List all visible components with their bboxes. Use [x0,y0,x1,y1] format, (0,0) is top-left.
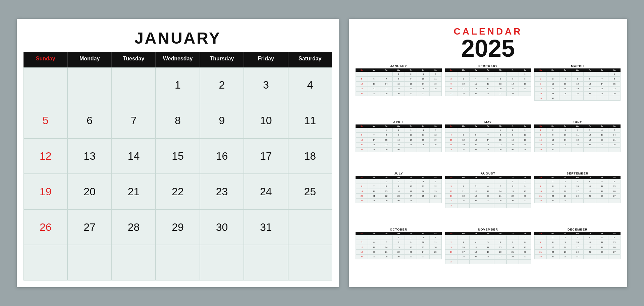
day-cell [23,67,67,103]
mini-cell: 18 [417,189,429,194]
mini-cell: 23 [519,194,531,198]
mini-cell [571,96,584,101]
mini-cell: 9 [445,245,458,250]
mini-cell: 6 [368,240,380,245]
mini-cell: 21 [596,86,608,91]
mini-cell [417,198,429,203]
mini-month-title: DECEMBER [534,228,621,231]
mini-cell [534,72,547,76]
mini-cell: 7 [380,76,392,81]
day-cell: 10 [244,103,288,139]
mini-cell: 2 [392,128,405,133]
mini-cell: 21 [368,142,380,147]
mini-month-title: AUGUST [445,172,531,175]
mini-header: Tu [380,124,392,128]
mini-cell: 4 [445,133,458,137]
mini-header: Sa [429,232,442,235]
mini-cell: 5 [596,179,608,184]
mini-cell: 4 [457,184,470,189]
mini-cell [596,198,608,203]
mini-header: Fr [506,124,519,128]
mini-cell: 6 [494,76,506,81]
months-grid: JANUARYSuMoTuWeThFrSa1234567891011121314… [356,64,621,280]
day-cell: 14 [112,139,156,174]
mini-cell: 7 [608,128,621,133]
mini-cell: 26 [482,91,494,96]
mini-cell: 30 [405,91,417,96]
day-cell: 21 [112,174,156,209]
mini-header: Tu [470,68,482,72]
mini-cell: 22 [506,194,519,198]
mini-cell: 26 [482,254,494,259]
mini-month-title: NOVEMBER [445,228,531,231]
mini-cell: 23 [534,91,547,96]
mini-cell: 6 [470,133,482,137]
mini-cell: 5 [356,76,368,81]
mini-cell: 19 [482,86,494,91]
mini-cell: 6 [608,235,621,240]
mini-header: Su [534,68,547,72]
mini-cell: 13 [608,184,621,189]
day-cell [112,245,156,280]
mini-cell: 21 [608,138,621,142]
mini-header: Sa [608,232,621,235]
day-cell [23,245,67,280]
mini-cell: 11 [417,133,429,137]
mini-cell: 24 [571,250,584,254]
mini-header: Fr [506,232,519,235]
mini-cell: 20 [494,250,506,254]
mini-cell: 21 [494,194,506,198]
mini-cell [470,72,482,76]
mini-month-february: FEBRUARYSuMoTuWeThFrSa123456789101112131… [445,64,531,117]
mini-cell: 26 [596,194,608,198]
mini-cell: 14 [506,245,519,250]
mini-cell: 15 [547,189,559,194]
mini-header: We [482,124,494,128]
mini-header: Sa [608,68,621,72]
mini-cell: 24 [417,86,429,91]
mini-cell: 6 [356,184,368,189]
mini-header: Mo [547,124,559,128]
mini-cell [571,198,584,203]
mini-cell [494,179,506,184]
mini-cell: 12 [571,82,584,86]
mini-cell: 11 [571,133,584,137]
mini-cell: 17 [571,189,584,194]
mini-cell: 18 [417,138,429,142]
day-cell: 7 [112,103,156,139]
mini-cell [519,91,531,96]
mini-cell: 22 [392,250,405,254]
mini-cell: 7 [534,240,547,245]
day-cell: 17 [244,139,288,174]
mini-cell: 15 [380,189,392,194]
mini-cell: 19 [356,250,368,254]
mini-cell: 14 [494,189,506,194]
mini-cell: 27 [608,250,621,254]
mini-cell: 4 [571,128,584,133]
mini-cell: 9 [392,184,405,189]
mini-cell: 12 [429,133,442,137]
mini-cell [457,128,470,133]
mini-cell: 9 [559,184,572,189]
mini-cell: 2 [559,179,572,184]
mini-cell: 25 [429,250,442,254]
mini-cell: 2 [445,76,458,81]
mini-cell: 2 [559,235,572,240]
mini-cell: 19 [596,189,608,194]
mini-header: We [571,176,584,179]
mini-cell: 22 [494,142,506,147]
mini-cell: 28 [380,91,392,96]
mini-cell: 20 [608,245,621,250]
mini-cell: 5 [429,179,442,184]
mini-grid: SuMoTuWeThFrSa12345678910111213141516171… [445,232,531,264]
mini-header: Tu [559,176,572,179]
mini-header: Tu [559,124,572,128]
day-cell: 1 [156,67,200,103]
mini-cell: 15 [392,82,405,86]
mini-cell [506,259,519,264]
mini-cell: 11 [559,82,572,86]
mini-cell [429,254,442,259]
mini-header: We [482,176,494,179]
mini-cell: 13 [482,189,494,194]
mini-header: Mo [457,68,470,72]
